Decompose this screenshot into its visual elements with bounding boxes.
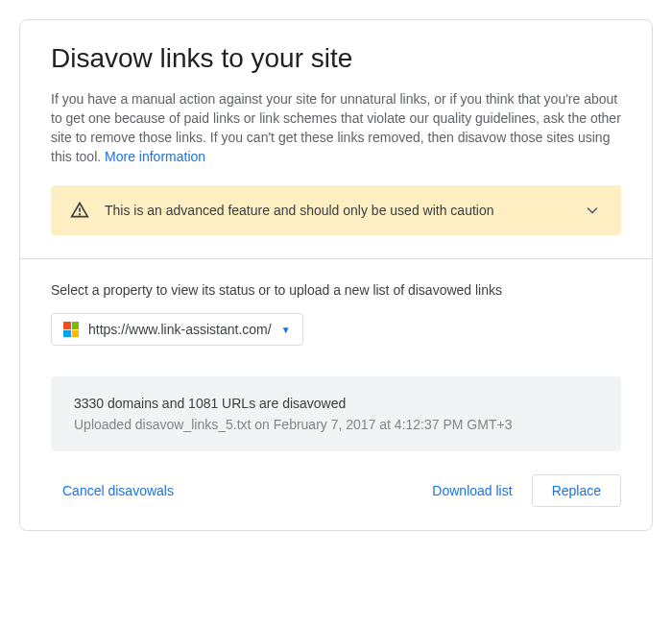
page-title: Disavow links to your site	[51, 43, 621, 74]
warning-icon	[70, 201, 89, 220]
select-property-label: Select a property to view its status or …	[51, 282, 621, 298]
status-summary: 3330 domains and 1081 URLs are disavowed	[74, 396, 598, 411]
dropdown-arrow-icon: ▼	[281, 325, 291, 335]
page-description: If you have a manual action against your…	[51, 89, 621, 166]
property-section: Select a property to view its status or …	[20, 259, 652, 530]
status-box: 3330 domains and 1081 URLs are disavowed…	[51, 376, 621, 451]
warning-banner[interactable]: This is an advanced feature and should o…	[51, 185, 621, 235]
property-favicon-icon	[63, 322, 79, 337]
svg-point-1	[80, 214, 81, 215]
actions-row: Cancel disavowals Download list Replace	[51, 474, 621, 507]
card-header: Disavow links to your site If you have a…	[20, 20, 652, 258]
warning-text: This is an advanced feature and should o…	[105, 203, 567, 218]
replace-button[interactable]: Replace	[532, 474, 621, 507]
selected-property: https://www.link-assistant.com/	[88, 322, 272, 337]
cancel-disavowals-button[interactable]: Cancel disavowals	[51, 475, 185, 506]
chevron-down-icon	[583, 201, 602, 220]
disavow-card: Disavow links to your site If you have a…	[19, 19, 653, 531]
more-info-link[interactable]: More information	[105, 149, 205, 164]
property-select[interactable]: https://www.link-assistant.com/ ▼	[51, 313, 303, 346]
status-details: Uploaded disavow_links_5.txt on February…	[74, 417, 598, 432]
download-list-button[interactable]: Download list	[420, 475, 523, 506]
